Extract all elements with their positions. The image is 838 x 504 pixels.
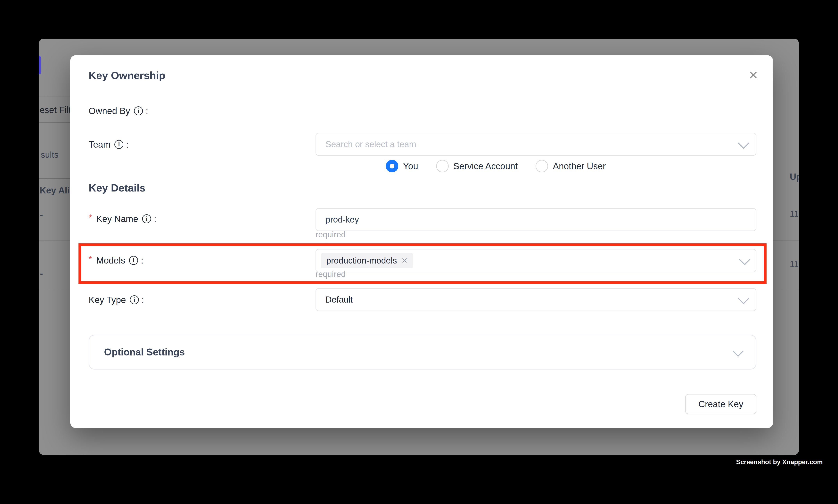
- chevron-down-icon: [739, 254, 750, 265]
- radio-option-you[interactable]: You: [386, 160, 418, 173]
- required-asterisk: *: [89, 213, 92, 222]
- team-label: Team: [89, 139, 110, 150]
- key-name-label: Key Name: [96, 214, 138, 224]
- key-name-field[interactable]: [316, 208, 756, 231]
- selected-model-tag: production-models ✕: [321, 253, 413, 268]
- radio-unselected-icon[interactable]: [436, 160, 449, 173]
- key-type-label-row: Key Type i :: [89, 293, 144, 306]
- backdrop-divider: [39, 178, 70, 179]
- radio-unselected-icon[interactable]: [536, 160, 548, 173]
- radio-selected-icon[interactable]: [386, 160, 398, 173]
- backdrop-row-divider: [773, 290, 799, 290]
- table-row-date: 11/: [790, 209, 799, 219]
- table-row-value: -: [40, 269, 43, 278]
- radio-label: Another User: [553, 161, 606, 172]
- optional-settings-label: Optional Settings: [104, 346, 185, 358]
- chevron-down-icon: [738, 138, 749, 149]
- watermark-text: Screenshot by Xnapper.com: [736, 458, 823, 466]
- key-type-select[interactable]: Default: [316, 288, 756, 311]
- radio-option-service-account[interactable]: Service Account: [436, 160, 518, 173]
- key-type-value: Default: [325, 295, 353, 305]
- team-label-row: Team i :: [89, 138, 129, 151]
- chevron-down-icon: [738, 293, 749, 304]
- info-icon[interactable]: i: [130, 295, 139, 304]
- backdrop-row-divider: [39, 290, 70, 290]
- create-key-modal: ✕ Key Ownership Owned By i : You Service…: [70, 55, 773, 428]
- team-search-input[interactable]: [325, 139, 662, 149]
- remove-tag-icon[interactable]: ✕: [401, 256, 408, 265]
- info-icon[interactable]: i: [129, 256, 138, 265]
- backdrop-right-column: Up 11/ 11/: [773, 39, 799, 455]
- owned-by-label-row: Owned By i :: [89, 104, 148, 117]
- info-icon[interactable]: i: [134, 106, 143, 115]
- models-validation-message: required: [316, 270, 345, 279]
- key-name-label-row: * Key Name i :: [89, 212, 156, 225]
- models-label: Models: [96, 255, 125, 266]
- backdrop-divider: [39, 122, 70, 123]
- model-tag-label: production-models: [326, 256, 397, 266]
- results-count-partial: sults: [41, 150, 58, 160]
- table-row-value: -: [40, 210, 43, 220]
- key-type-label: Key Type: [89, 294, 126, 305]
- info-icon[interactable]: i: [142, 214, 151, 223]
- backdrop-row-divider: [39, 240, 70, 241]
- owned-by-radio-group: You Service Account Another User: [386, 160, 606, 173]
- radio-label: You: [403, 161, 418, 172]
- page-background: eset Filt sults Key Alia - - Up 11/ 11/ …: [0, 0, 838, 504]
- chevron-down-icon: [732, 345, 744, 357]
- key-name-validation-message: required: [316, 230, 345, 239]
- close-icon[interactable]: ✕: [744, 66, 762, 84]
- create-key-button[interactable]: Create Key: [685, 394, 756, 414]
- models-select[interactable]: production-models ✕: [316, 249, 756, 272]
- section-title-key-details: Key Details: [89, 182, 145, 194]
- section-title-key-ownership: Key Ownership: [89, 69, 165, 82]
- radio-label: Service Account: [453, 161, 518, 172]
- backdrop-row-divider: [773, 240, 799, 241]
- key-alias-column-header-partial: Key Alia: [40, 185, 70, 196]
- owned-by-label: Owned By: [89, 106, 130, 116]
- updated-column-header-partial: Up: [790, 172, 799, 182]
- backdrop-divider: [39, 96, 70, 96]
- models-label-row: * Models i :: [89, 254, 143, 267]
- reset-filters-button-partial: eset Filt: [40, 105, 70, 115]
- backdrop-left-column: eset Filt sults Key Alia - -: [39, 39, 70, 455]
- optional-settings-header[interactable]: Optional Settings: [89, 335, 756, 370]
- required-asterisk: *: [89, 254, 92, 264]
- team-select[interactable]: [316, 133, 756, 156]
- radio-option-another-user[interactable]: Another User: [536, 160, 606, 173]
- info-icon[interactable]: i: [114, 140, 123, 149]
- key-name-input[interactable]: [325, 215, 662, 224]
- table-row-date: 11/: [790, 259, 799, 269]
